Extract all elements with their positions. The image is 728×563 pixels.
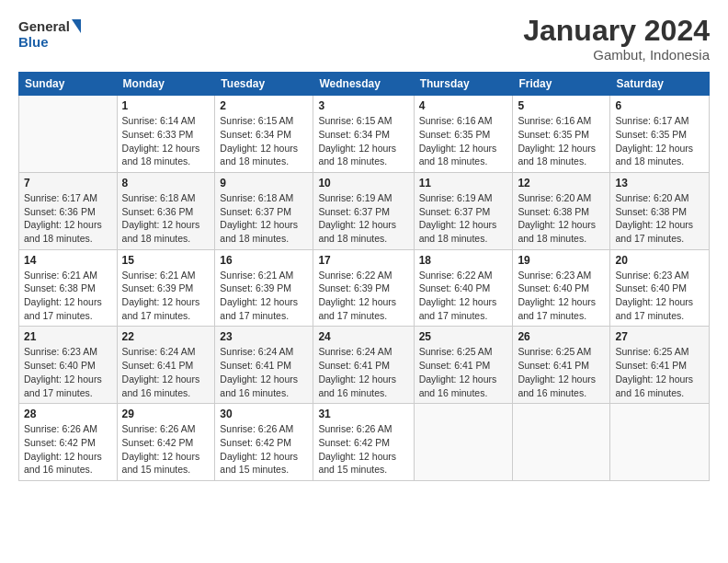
col-saturday: Saturday [610, 73, 710, 96]
day-number: 16 [220, 254, 308, 267]
table-row: 21Sunrise: 6:23 AMSunset: 6:40 PMDayligh… [19, 327, 118, 404]
table-row: 5Sunrise: 6:16 AMSunset: 6:35 PMDaylight… [513, 96, 610, 173]
day-number: 27 [615, 330, 704, 343]
day-info: Sunrise: 6:19 AMSunset: 6:37 PMDaylight:… [419, 191, 508, 246]
col-wednesday: Wednesday [313, 73, 414, 96]
calendar-table: Sunday Monday Tuesday Wednesday Thursday… [18, 72, 710, 481]
day-number: 15 [122, 254, 210, 267]
table-row: 16Sunrise: 6:21 AMSunset: 6:39 PMDayligh… [215, 249, 313, 327]
col-monday: Monday [117, 73, 215, 96]
day-number: 9 [220, 177, 308, 190]
day-info: Sunrise: 6:25 AMSunset: 6:41 PMDaylight:… [615, 345, 704, 399]
day-number: 31 [318, 408, 408, 420]
day-number: 20 [615, 254, 704, 267]
table-row [414, 404, 513, 481]
col-sunday: Sunday [19, 73, 118, 96]
table-row [610, 404, 710, 481]
table-row: 29Sunrise: 6:26 AMSunset: 6:42 PMDayligh… [117, 404, 215, 481]
calendar-week-4: 21Sunrise: 6:23 AMSunset: 6:40 PMDayligh… [19, 327, 710, 404]
day-info: Sunrise: 6:21 AMSunset: 6:39 PMDaylight:… [122, 269, 210, 323]
table-row: 20Sunrise: 6:23 AMSunset: 6:40 PMDayligh… [610, 249, 710, 327]
table-row: 31Sunrise: 6:26 AMSunset: 6:42 PMDayligh… [313, 404, 414, 481]
calendar-week-3: 14Sunrise: 6:21 AMSunset: 6:38 PMDayligh… [19, 249, 710, 327]
table-row: 11Sunrise: 6:19 AMSunset: 6:37 PMDayligh… [414, 172, 513, 249]
day-number: 10 [318, 177, 408, 190]
day-number: 28 [24, 408, 112, 420]
subtitle: Gambut, Indonesia [523, 47, 710, 63]
day-number: 1 [122, 99, 210, 112]
day-info: Sunrise: 6:23 AMSunset: 6:40 PMDaylight:… [615, 269, 704, 323]
logo: General Blue [18, 15, 83, 52]
day-info: Sunrise: 6:22 AMSunset: 6:39 PMDaylight:… [318, 269, 408, 323]
calendar-week-1: 1Sunrise: 6:14 AMSunset: 6:33 PMDaylight… [19, 96, 710, 173]
day-info: Sunrise: 6:26 AMSunset: 6:42 PMDaylight:… [318, 422, 408, 477]
table-row: 8Sunrise: 6:18 AMSunset: 6:36 PMDaylight… [117, 172, 215, 249]
day-number: 7 [24, 177, 112, 190]
table-row: 2Sunrise: 6:15 AMSunset: 6:34 PMDaylight… [215, 96, 313, 173]
day-number: 18 [419, 254, 508, 267]
day-info: Sunrise: 6:21 AMSunset: 6:39 PMDaylight:… [220, 269, 308, 323]
day-info: Sunrise: 6:22 AMSunset: 6:40 PMDaylight:… [419, 269, 508, 323]
table-row: 13Sunrise: 6:20 AMSunset: 6:38 PMDayligh… [610, 172, 710, 249]
calendar-header-row: Sunday Monday Tuesday Wednesday Thursday… [19, 73, 710, 96]
title-block: January 2024 Gambut, Indonesia [523, 15, 710, 63]
table-row: 12Sunrise: 6:20 AMSunset: 6:38 PMDayligh… [513, 172, 610, 249]
table-row: 22Sunrise: 6:24 AMSunset: 6:41 PMDayligh… [117, 327, 215, 404]
table-row: 9Sunrise: 6:18 AMSunset: 6:37 PMDaylight… [215, 172, 313, 249]
day-number: 3 [318, 99, 408, 112]
table-row: 6Sunrise: 6:17 AMSunset: 6:35 PMDaylight… [610, 96, 710, 173]
table-row: 26Sunrise: 6:25 AMSunset: 6:41 PMDayligh… [513, 327, 610, 404]
day-info: Sunrise: 6:18 AMSunset: 6:36 PMDaylight:… [122, 191, 210, 246]
table-row: 27Sunrise: 6:25 AMSunset: 6:41 PMDayligh… [610, 327, 710, 404]
day-number: 5 [518, 99, 605, 112]
day-info: Sunrise: 6:19 AMSunset: 6:37 PMDaylight:… [318, 191, 408, 246]
logo-svg: General Blue [18, 15, 83, 52]
day-info: Sunrise: 6:17 AMSunset: 6:36 PMDaylight:… [24, 191, 112, 246]
table-row: 25Sunrise: 6:25 AMSunset: 6:41 PMDayligh… [414, 327, 513, 404]
day-number: 30 [220, 408, 308, 420]
page: General Blue January 2024 Gambut, Indone… [0, 0, 728, 563]
day-number: 26 [518, 330, 605, 343]
day-number: 6 [615, 99, 704, 112]
day-info: Sunrise: 6:24 AMSunset: 6:41 PMDaylight:… [318, 345, 408, 399]
table-row: 14Sunrise: 6:21 AMSunset: 6:38 PMDayligh… [19, 249, 118, 327]
calendar-week-2: 7Sunrise: 6:17 AMSunset: 6:36 PMDaylight… [19, 172, 710, 249]
day-info: Sunrise: 6:17 AMSunset: 6:35 PMDaylight:… [615, 114, 704, 168]
day-number: 11 [419, 177, 508, 190]
day-number: 4 [419, 99, 508, 112]
calendar-week-5: 28Sunrise: 6:26 AMSunset: 6:42 PMDayligh… [19, 404, 710, 481]
table-row: 17Sunrise: 6:22 AMSunset: 6:39 PMDayligh… [313, 249, 414, 327]
day-number: 23 [220, 330, 308, 343]
day-info: Sunrise: 6:25 AMSunset: 6:41 PMDaylight:… [518, 345, 605, 399]
day-info: Sunrise: 6:25 AMSunset: 6:41 PMDaylight:… [419, 345, 508, 399]
day-info: Sunrise: 6:24 AMSunset: 6:41 PMDaylight:… [122, 345, 210, 399]
day-info: Sunrise: 6:15 AMSunset: 6:34 PMDaylight:… [318, 114, 408, 168]
table-row: 18Sunrise: 6:22 AMSunset: 6:40 PMDayligh… [414, 249, 513, 327]
day-info: Sunrise: 6:21 AMSunset: 6:38 PMDaylight:… [24, 269, 112, 323]
day-number: 13 [615, 177, 704, 190]
day-info: Sunrise: 6:26 AMSunset: 6:42 PMDaylight:… [24, 422, 112, 477]
day-number: 21 [24, 330, 112, 343]
header: General Blue January 2024 Gambut, Indone… [18, 15, 710, 63]
col-thursday: Thursday [414, 73, 513, 96]
day-info: Sunrise: 6:16 AMSunset: 6:35 PMDaylight:… [518, 114, 605, 168]
table-row: 4Sunrise: 6:16 AMSunset: 6:35 PMDaylight… [414, 96, 513, 173]
day-number: 8 [122, 177, 210, 190]
day-info: Sunrise: 6:23 AMSunset: 6:40 PMDaylight:… [24, 345, 112, 399]
table-row [513, 404, 610, 481]
table-row: 23Sunrise: 6:24 AMSunset: 6:41 PMDayligh… [215, 327, 313, 404]
svg-marker-2 [72, 19, 81, 33]
table-row: 7Sunrise: 6:17 AMSunset: 6:36 PMDaylight… [19, 172, 118, 249]
day-number: 2 [220, 99, 308, 112]
day-number: 14 [24, 254, 112, 267]
table-row: 30Sunrise: 6:26 AMSunset: 6:42 PMDayligh… [215, 404, 313, 481]
day-number: 17 [318, 254, 408, 267]
day-number: 19 [518, 254, 605, 267]
table-row: 19Sunrise: 6:23 AMSunset: 6:40 PMDayligh… [513, 249, 610, 327]
table-row: 3Sunrise: 6:15 AMSunset: 6:34 PMDaylight… [313, 96, 414, 173]
table-row [19, 96, 118, 173]
day-number: 22 [122, 330, 210, 343]
table-row: 10Sunrise: 6:19 AMSunset: 6:37 PMDayligh… [313, 172, 414, 249]
day-info: Sunrise: 6:16 AMSunset: 6:35 PMDaylight:… [419, 114, 508, 168]
col-tuesday: Tuesday [215, 73, 313, 96]
